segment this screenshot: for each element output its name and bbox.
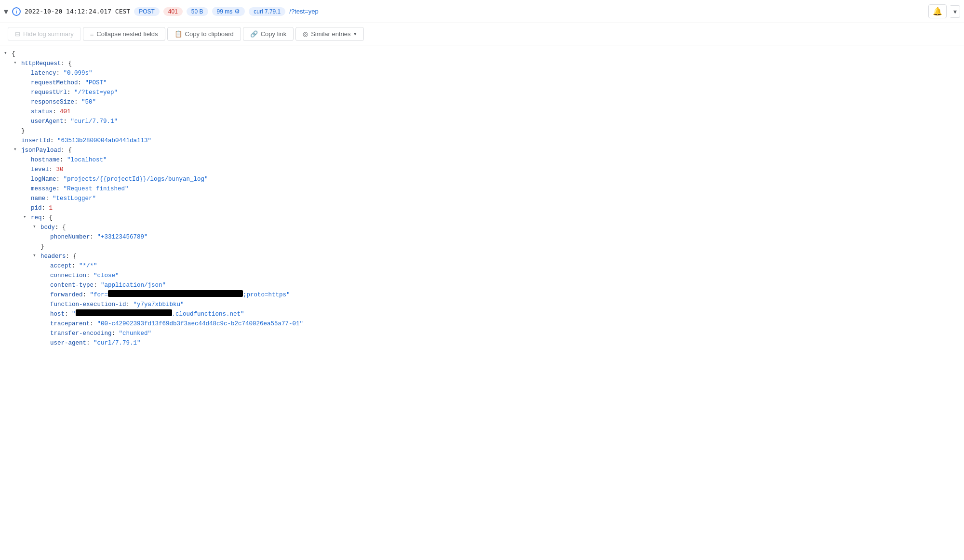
chevron-down-icon[interactable]: ▾ [4,6,8,17]
list-item: } [0,126,964,136]
list-item: traceparent: "00-c42902393fd13f69db3f3ae… [0,319,964,329]
hide-summary-button[interactable]: ⊟ Hide log summary [8,27,81,41]
list-item: level: 30 [0,165,964,174]
list-item: responseSize: "50" [0,97,964,107]
toolbar: ⊟ Hide log summary ≡ Collapse nested fie… [0,23,964,45]
time-badge: 99 ms ⚙ [212,7,245,16]
top-bar: ▾ i 2022-10-20 14:12:24.017 CEST POST 40… [0,0,964,23]
list-item: host: ".cloudfunctions.net" [0,309,964,319]
list-item: ▾ body: { [0,223,964,232]
list-item: user-agent: "curl/7.79.1" [0,338,964,348]
toggle-req[interactable]: ▾ [23,213,30,222]
list-item: ▾ { [0,49,964,59]
list-item: name: "testLogger" [0,194,964,203]
clipboard-icon: 📋 [174,30,182,38]
list-item: transfer-encoding: "chunked" [0,329,964,338]
list-item: connection: "close" [0,271,964,280]
redacted-host [76,309,172,316]
list-item: content-type: "application/json" [0,280,964,290]
copy-link-button[interactable]: 🔗 Copy link [243,27,294,41]
method-badge: POST [134,7,160,16]
filter-icon: ⚙ [234,8,240,15]
list-item: userAgent: "curl/7.79.1" [0,117,964,126]
list-item: logName: "projects/{{projectId}}/logs/bu… [0,174,964,184]
similar-icon: ◎ [303,30,308,38]
list-item: latency: "0.099s" [0,68,964,78]
size-badge: 50 B [187,7,208,16]
list-item: } [0,242,964,252]
collapse-icon: ≡ [90,30,94,38]
status-badge: 401 [163,7,183,16]
expand-button[interactable]: ▾ [951,5,960,18]
toggle-root[interactable]: ▾ [4,49,11,58]
list-item: message: "Request finished" [0,184,964,194]
chevron-down-icon: ▾ [354,31,357,37]
url-badge: /?test=yep [289,8,318,15]
toggle-headers[interactable]: ▾ [33,252,40,260]
curl-badge: curl 7.79.1 [249,7,285,16]
list-item: function-execution-id: "y7ya7xbbibku" [0,300,964,309]
toggle-jsonpayload[interactable]: ▾ [13,146,20,154]
list-item: requestMethod: "POST" [0,78,964,88]
hide-summary-icon: ⊟ [15,30,20,38]
toggle-httprequest[interactable]: ▾ [13,59,20,67]
redacted-forwarded [108,290,243,297]
list-item: ▾ headers: { [0,252,964,261]
list-item: ▾ req: { [0,213,964,223]
info-icon: i [12,7,21,16]
link-icon: 🔗 [250,30,258,38]
list-item: phoneNumber: "+33123456789" [0,232,964,242]
list-item: pid: 1 [0,203,964,213]
log-content: ▾ { ▾ httpRequest: { latency: "0.099s" r… [0,45,964,352]
list-item: forwarded: "for=;proto=https" [0,290,964,300]
list-item: requestUrl: "/?test=yep" [0,88,964,97]
list-item: status: 401 [0,107,964,117]
list-item: hostname: "localhost" [0,155,964,165]
list-item: ▾ jsonPayload: { [0,146,964,155]
list-item: ▾ httpRequest: { [0,59,964,68]
list-item: insertId: "63513b2800004ab0441da113" [0,136,964,146]
copy-clipboard-button[interactable]: 📋 Copy to clipboard [167,27,241,41]
timestamp: 2022-10-20 14:12:24.017 CEST [25,8,130,15]
similar-entries-button[interactable]: ◎ Similar entries ▾ [295,27,363,41]
collapse-nested-button[interactable]: ≡ Collapse nested fields [83,27,165,41]
toggle-body[interactable]: ▾ [33,223,40,231]
pin-button[interactable]: 🔔 [928,4,947,18]
list-item: accept: "*/*" [0,261,964,271]
